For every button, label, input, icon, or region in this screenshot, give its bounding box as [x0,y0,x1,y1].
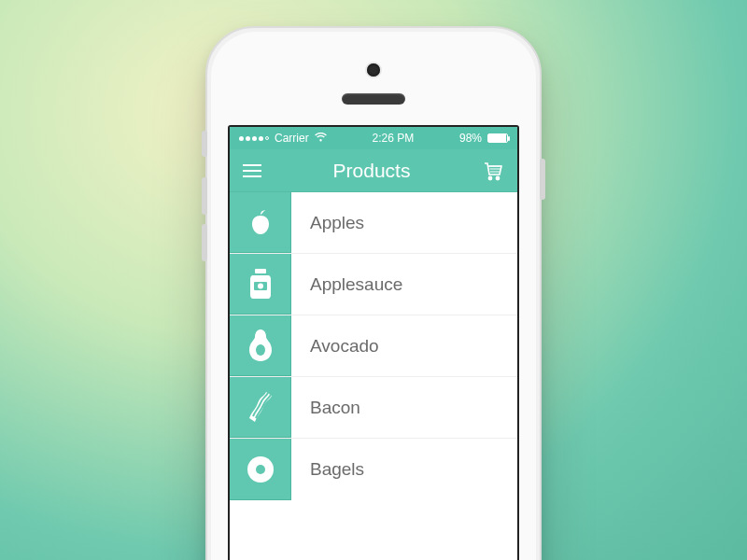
bagel-icon [230,439,291,500]
front-camera [367,63,380,77]
list-item-label: Bacon [291,377,517,438]
wifi-icon [315,132,327,145]
list-item[interactable]: Avocado [230,315,517,377]
svg-point-1 [496,176,499,179]
status-bar: Carrier 2:26 PM 98% [230,127,517,149]
list-item-label: Applesauce [291,254,517,315]
earpiece-speaker [342,93,405,105]
carrier-label: Carrier [275,132,309,145]
svg-point-5 [256,344,265,356]
phone-frame: Carrier 2:26 PM 98% Products [205,26,542,560]
svg-point-0 [488,176,491,179]
battery-icon [487,133,508,143]
power-button [540,159,545,200]
list-item[interactable]: Bacon [230,377,517,439]
signal-strength-icon [239,136,269,141]
list-item[interactable]: Applesauce [230,254,517,315]
screen: Carrier 2:26 PM 98% Products [228,125,519,560]
apple-icon [230,192,291,253]
list-item-label: Apples [291,192,517,253]
svg-rect-2 [255,269,266,273]
list-item-label: Avocado [291,315,517,376]
list-item[interactable]: Apples [230,192,517,254]
cart-button[interactable] [482,161,504,181]
volume-up-button [202,177,207,215]
svg-point-7 [256,465,265,474]
list-item[interactable]: Bagels [230,439,517,500]
nav-bar: Products [230,149,517,192]
avocado-icon [230,315,291,376]
clock-label: 2:26 PM [372,132,414,145]
page-title: Products [333,160,411,182]
svg-point-4 [258,284,263,289]
product-list[interactable]: Apples Applesauce Avocado [230,192,517,500]
bacon-icon [230,377,291,438]
menu-button[interactable] [243,164,261,177]
battery-percentage-label: 98% [459,132,482,145]
jar-icon [230,254,291,315]
mute-switch [202,131,207,157]
volume-down-button [202,224,207,261]
list-item-label: Bagels [291,439,517,500]
